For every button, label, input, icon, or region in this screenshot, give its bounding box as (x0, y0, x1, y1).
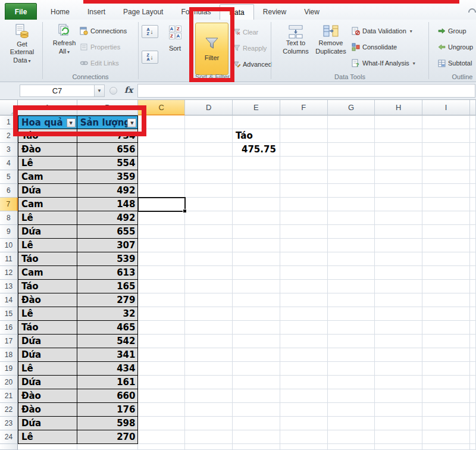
cell-h20[interactable] (375, 376, 422, 389)
cell-b18[interactable]: 341 (77, 348, 139, 362)
cell-e16[interactable] (233, 321, 280, 335)
cell-e17[interactable] (233, 335, 280, 348)
cell-g24[interactable] (328, 430, 375, 444)
cell[interactable] (375, 115, 422, 129)
cell-b8[interactable]: 492 (77, 211, 139, 225)
cell-g9[interactable] (328, 225, 375, 239)
cell-e15[interactable] (233, 307, 280, 321)
cell-g17[interactable] (328, 335, 375, 348)
cell-d16[interactable] (185, 321, 233, 335)
cell-e3[interactable]: 475.75 (233, 143, 280, 157)
formula-input[interactable] (137, 84, 475, 98)
cell[interactable] (280, 444, 328, 450)
cell-a19[interactable]: Lê (18, 362, 77, 376)
cell-a12[interactable]: Cam (18, 266, 77, 280)
cell-c8[interactable] (138, 211, 185, 225)
cell[interactable] (185, 444, 233, 450)
cell[interactable] (77, 444, 139, 450)
cell-b6[interactable]: 492 (77, 184, 139, 198)
cell-d11[interactable] (185, 252, 233, 266)
cell-d20[interactable] (185, 376, 233, 389)
cell-d21[interactable] (185, 389, 233, 403)
cell-c14[interactable] (138, 293, 185, 307)
cell-d5[interactable] (185, 170, 233, 184)
cell[interactable] (470, 157, 476, 170)
cell-a23[interactable]: Dứa (18, 417, 77, 430)
cell-h10[interactable] (375, 239, 422, 252)
cell-g10[interactable] (328, 239, 375, 252)
cell-g14[interactable] (328, 293, 375, 307)
cell-f6[interactable] (280, 184, 328, 198)
group-button[interactable]: Group (438, 26, 466, 36)
cell[interactable] (470, 293, 476, 307)
cell-e13[interactable] (233, 280, 280, 293)
cell-g4[interactable] (328, 157, 375, 170)
cell-a7[interactable]: Cam (18, 198, 77, 211)
cell-i6[interactable] (422, 184, 470, 198)
cell[interactable] (18, 444, 77, 450)
cell-c10[interactable] (138, 239, 185, 252)
ungroup-button[interactable]: Ungroup (438, 42, 473, 52)
cell-h15[interactable] (375, 307, 422, 321)
tab-home[interactable]: Home (42, 4, 79, 20)
cell-h14[interactable] (375, 293, 422, 307)
cell-i13[interactable] (422, 280, 470, 293)
row-header-partial[interactable] (0, 444, 18, 450)
cell-e2[interactable]: Táo (233, 129, 280, 143)
cell-d14[interactable] (185, 293, 233, 307)
cell-g22[interactable] (328, 403, 375, 417)
active-cell-c7[interactable] (137, 197, 186, 212)
cell-f21[interactable] (280, 389, 328, 403)
cell-i24[interactable] (422, 430, 470, 444)
column-header-f[interactable]: F (280, 100, 328, 115)
cell-f24[interactable] (280, 430, 328, 444)
cell-c22[interactable] (138, 403, 185, 417)
cell-c23[interactable] (138, 417, 185, 430)
cell[interactable] (470, 252, 476, 266)
cell-g20[interactable] (328, 376, 375, 389)
refresh-all-button[interactable]: Refresh All▾ (50, 23, 79, 56)
cell-h19[interactable] (375, 362, 422, 376)
cell-e7[interactable] (233, 198, 280, 211)
cell-b10[interactable]: 307 (77, 239, 139, 252)
cell-b24[interactable]: 270 (77, 430, 139, 444)
cell-a11[interactable]: Táo (18, 252, 77, 266)
cell[interactable] (233, 115, 280, 129)
cell-b17[interactable]: 542 (77, 335, 139, 348)
cell-d17[interactable] (185, 335, 233, 348)
get-external-data-button[interactable]: Get External Data▾ (5, 23, 39, 65)
cell-f7[interactable] (280, 198, 328, 211)
row-header-13[interactable]: 13 (0, 280, 18, 293)
cell-f3[interactable] (280, 143, 328, 157)
cell-i5[interactable] (422, 170, 470, 184)
cell-i3[interactable] (422, 143, 470, 157)
cell-f13[interactable] (280, 280, 328, 293)
ribbon-minimize-icon[interactable] (468, 8, 476, 12)
connections-button[interactable]: Connections (80, 26, 127, 36)
cell-c5[interactable] (138, 170, 185, 184)
sort-descending-button[interactable]: ZA↓ (142, 51, 158, 64)
cell-f15[interactable] (280, 307, 328, 321)
cell[interactable] (470, 321, 476, 335)
cell-h17[interactable] (375, 335, 422, 348)
cell[interactable] (470, 444, 476, 450)
cell-i8[interactable] (422, 211, 470, 225)
cell-c4[interactable] (138, 157, 185, 170)
cell-c24[interactable] (138, 430, 185, 444)
cell-f19[interactable] (280, 362, 328, 376)
cell-g7[interactable] (328, 198, 375, 211)
cell[interactable] (470, 376, 476, 389)
cell-a18[interactable]: Dứa (18, 348, 77, 362)
cell-f5[interactable] (280, 170, 328, 184)
cell-b12[interactable]: 613 (77, 266, 139, 280)
remove-duplicates-button[interactable]: Remove Duplicates (314, 24, 348, 55)
cell-d10[interactable] (185, 239, 233, 252)
cell-h21[interactable] (375, 389, 422, 403)
cell-h7[interactable] (375, 198, 422, 211)
column-header-partial[interactable] (470, 100, 476, 115)
cell-g12[interactable] (328, 266, 375, 280)
row-header-7[interactable]: 7 (0, 198, 18, 211)
cell-e20[interactable] (233, 376, 280, 389)
cell-i22[interactable] (422, 403, 470, 417)
cell-b7[interactable]: 148 (77, 198, 139, 211)
